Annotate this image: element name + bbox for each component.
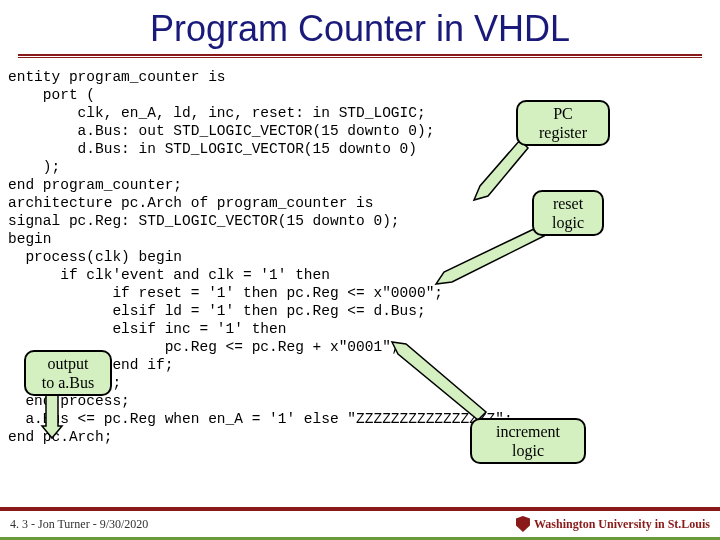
code-line: signal pc.Reg: STD_LOGIC_VECTOR(15 downt… xyxy=(8,213,400,229)
code-line: process(clk) begin xyxy=(8,249,182,265)
pointer-inc xyxy=(382,338,492,428)
callout-reset-logic: resetlogic xyxy=(532,190,604,236)
svg-marker-2 xyxy=(42,392,62,438)
pointer-output xyxy=(36,390,66,440)
shield-icon xyxy=(516,516,530,532)
pointer-pc xyxy=(460,138,530,208)
callout-pc-register: PCregister xyxy=(516,100,610,146)
svg-marker-1 xyxy=(436,228,544,284)
code-line: end program_counter; xyxy=(8,177,182,193)
slide-title: Program Counter in VHDL xyxy=(0,8,720,50)
code-line: elsif ld = '1' then pc.Reg <= d.Bus; xyxy=(8,303,426,319)
code-line: entity program_counter is xyxy=(8,69,226,85)
code-block: entity program_counter is port ( clk, en… xyxy=(8,68,720,446)
code-line: if clk'event and clk = '1' then xyxy=(8,267,330,283)
code-line: elsif inc = '1' then xyxy=(8,321,286,337)
logo-text: Washington University in St.Louis xyxy=(534,517,710,532)
title-underline xyxy=(18,54,702,60)
pointer-reset xyxy=(428,226,548,286)
svg-marker-3 xyxy=(392,342,486,420)
code-line: begin xyxy=(8,231,52,247)
code-line: d.Bus: in STD_LOGIC_VECTOR(15 downto 0) xyxy=(8,141,417,157)
callout-output-abus: outputto a.Bus xyxy=(24,350,112,396)
code-line: if reset = '1' then pc.Reg <= x"0000"; xyxy=(8,285,443,301)
footer-left: 4. 3 - Jon Turner - 9/30/2020 xyxy=(10,517,148,532)
svg-marker-0 xyxy=(474,140,528,200)
code-line: ); xyxy=(8,159,60,175)
callout-increment-logic: incrementlogic xyxy=(470,418,586,464)
footer-bar: 4. 3 - Jon Turner - 9/30/2020 Washington… xyxy=(0,507,720,540)
code-line: clk, en_A, ld, inc, reset: in STD_LOGIC; xyxy=(8,105,426,121)
code-line: a.Bus: out STD_LOGIC_VECTOR(15 downto 0)… xyxy=(8,123,434,139)
code-line: port ( xyxy=(8,87,95,103)
code-line: architecture pc.Arch of program_counter … xyxy=(8,195,373,211)
university-logo: Washington University in St.Louis xyxy=(516,516,710,532)
